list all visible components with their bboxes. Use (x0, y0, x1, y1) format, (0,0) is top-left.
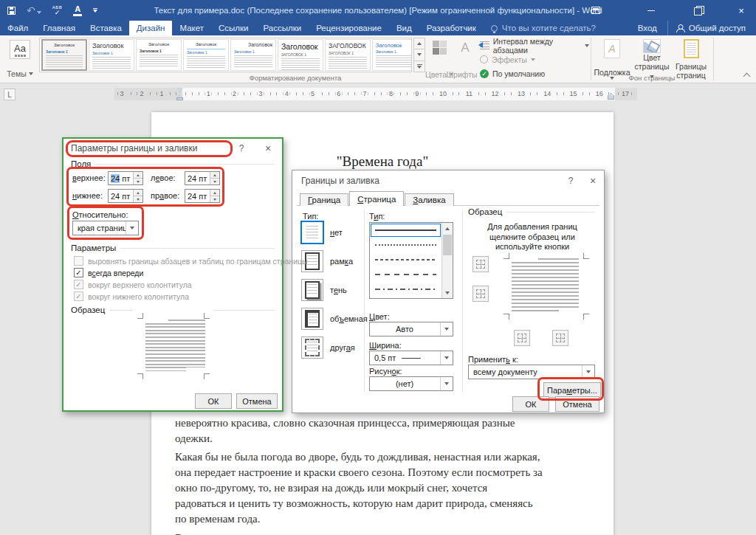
border-setting-option[interactable]: тень (301, 278, 347, 302)
scroll-down-icon[interactable] (442, 287, 453, 298)
spinner-arrows[interactable] (133, 190, 142, 202)
checkbox-row[interactable]: ✓ выровнять границы абзацев и таблиц по … (74, 255, 308, 266)
apply-to-dropdown[interactable]: всему документу (468, 365, 595, 379)
relative-to-label: Относительно: (72, 210, 128, 219)
tell-me-search[interactable]: Что вы хотите сделать? (484, 21, 603, 35)
style-set-card[interactable]: Заголовок Заголовок 1 (136, 39, 182, 71)
line-style-option[interactable] (370, 238, 441, 252)
checkbox[interactable]: ✓ (74, 291, 83, 301)
style-set-card[interactable]: Заголовок Заголовок 1 (41, 39, 87, 71)
gallery-scroll-down-icon[interactable] (413, 49, 425, 61)
tab-stop-selector[interactable]: L (4, 89, 16, 100)
ribbon-tab[interactable]: Ссылки (211, 21, 256, 35)
ribbon-tab[interactable]: Вид (389, 21, 419, 35)
paragraph-spacing-button[interactable]: Интервал между абзацами (480, 38, 589, 52)
style-set-card[interactable]: Заголовок Заголовок 1 (89, 39, 134, 71)
line-style-option[interactable] (370, 252, 441, 267)
ruler-strip: 3211234567891011121314151617 (114, 88, 637, 100)
spinner-arrows[interactable] (210, 172, 219, 184)
right-margin-stepper[interactable]: 24 пт (185, 189, 220, 203)
checkbox[interactable]: ✓ (74, 268, 83, 277)
style-set-card[interactable]: Заголовок ЗАГОЛОВОК 1 (278, 39, 323, 71)
ribbon-tab[interactable]: Дизайн (129, 21, 173, 35)
customize-qat-icon[interactable] (93, 8, 97, 13)
ribbon: Аа Темы Заголовок Заголовок 1 Заголовок … (0, 35, 756, 83)
color-dropdown[interactable]: Авто (369, 322, 453, 336)
sign-in-button[interactable]: Вход (628, 21, 667, 35)
dialog-close-icon[interactable]: × (260, 142, 276, 154)
ruler-number: 5 (309, 89, 316, 99)
top-margin-stepper[interactable]: 24пт (108, 171, 143, 185)
gallery-more-icon[interactable] (413, 61, 425, 72)
dialog-tab[interactable]: Заливка (405, 193, 453, 206)
effects-button[interactable]: Эффекты (480, 52, 589, 66)
spinner-arrows[interactable] (133, 172, 142, 184)
left-margin-stepper[interactable]: 24 пт (185, 171, 220, 185)
ribbon-tab[interactable]: Главная (35, 21, 83, 35)
checkbox-row[interactable]: ✓ вокруг нижнего колонтитула (74, 291, 189, 302)
checkbox-row[interactable]: ✓ всегда впереди (74, 267, 143, 278)
share-button[interactable]: Общий доступ (667, 21, 756, 35)
spellcheck-icon[interactable]: АБВ✓ (52, 5, 62, 15)
top-border-button[interactable] (472, 256, 489, 272)
relative-to-dropdown[interactable]: края страницы (72, 221, 139, 235)
style-set-card[interactable]: ЗАГОЛОВОК ЗАГОЛОВОК 1 (325, 39, 371, 71)
ribbon-tab[interactable]: Рассылки (256, 21, 309, 35)
minimize-icon[interactable] (636, 0, 666, 21)
checkbox[interactable]: ✓ (74, 280, 83, 289)
ribbon-tab[interactable]: Вставка (83, 21, 129, 35)
cancel-button[interactable]: Отмена (236, 393, 278, 409)
font-color-icon[interactable]: А (73, 5, 82, 16)
restore-icon[interactable] (682, 0, 712, 21)
checkbox[interactable]: ✓ (74, 256, 83, 266)
ribbon-display-options-icon[interactable] (581, 0, 611, 21)
ribbon-tab[interactable]: Разработчик (419, 21, 484, 35)
border-setting-option[interactable]: объемная (301, 307, 368, 331)
line-style-option[interactable] (370, 223, 441, 238)
style-set-card[interactable]: Заголовок Заголовок 1 (230, 39, 276, 71)
dialog-tab[interactable]: Граница (300, 193, 348, 206)
checkbox-row[interactable]: ✓ вокруг верхнего колонтитула (74, 279, 192, 290)
options-button[interactable]: Параметры... (543, 382, 601, 398)
cancel-button[interactable]: Отмена (555, 396, 599, 412)
left-indent-marker[interactable] (176, 97, 183, 100)
style-set-preview-lines (46, 55, 83, 69)
left-border-button[interactable] (514, 330, 530, 346)
gallery-scroll-up-icon[interactable] (413, 38, 425, 49)
style-set-card[interactable]: Заголовок Заголовок 1 (183, 39, 229, 71)
dialog-help-icon[interactable]: ? (233, 143, 250, 153)
dialog-close-icon[interactable]: × (585, 175, 601, 187)
ok-button[interactable]: ОК (512, 396, 549, 412)
scrollbar-thumb[interactable] (443, 235, 452, 255)
save-icon[interactable] (7, 7, 16, 15)
ruler-number: 3 (118, 89, 125, 99)
dialog-tab[interactable]: Страница (349, 191, 404, 206)
ribbon-tab[interactable]: Файл (0, 21, 35, 35)
word-window: ↶ АБВ✓ А Текст для примера.doc (Последне… (0, 0, 756, 535)
line-style-option[interactable] (370, 267, 441, 282)
undo-icon[interactable]: ↶ (27, 5, 41, 15)
paragraph-spacing-icon (480, 41, 489, 50)
border-setting-option[interactable]: другая (301, 336, 355, 359)
bottom-margin-stepper[interactable]: 24 пт (108, 189, 143, 203)
scroll-up-icon[interactable] (442, 223, 453, 234)
width-dropdown[interactable]: 0,5 пт (369, 351, 453, 365)
border-setting-option[interactable]: нет (301, 221, 343, 244)
ribbon-tab[interactable]: Макет (172, 21, 211, 35)
collapse-ribbon-icon[interactable] (744, 72, 750, 78)
close-icon[interactable]: × (726, 0, 756, 21)
dialog-help-icon[interactable]: ? (563, 176, 579, 186)
art-dropdown[interactable]: (нет) (369, 376, 453, 391)
spinner-arrows[interactable] (210, 190, 219, 202)
line-style-option[interactable] (370, 282, 441, 297)
ok-button[interactable]: ОК (195, 393, 232, 409)
ribbon-tab[interactable]: Рецензирование (309, 21, 389, 35)
right-border-button[interactable] (552, 330, 568, 346)
style-set-card[interactable]: Заголовок Заголовок 1 (372, 39, 412, 71)
border-preview[interactable] (502, 252, 591, 321)
ruler-number: 17 (620, 89, 630, 99)
right-margin-label: правое: (151, 191, 179, 200)
border-setting-option[interactable]: рамка (301, 249, 353, 273)
listbox-scrollbar[interactable] (441, 223, 453, 298)
bottom-border-button[interactable] (472, 286, 489, 302)
